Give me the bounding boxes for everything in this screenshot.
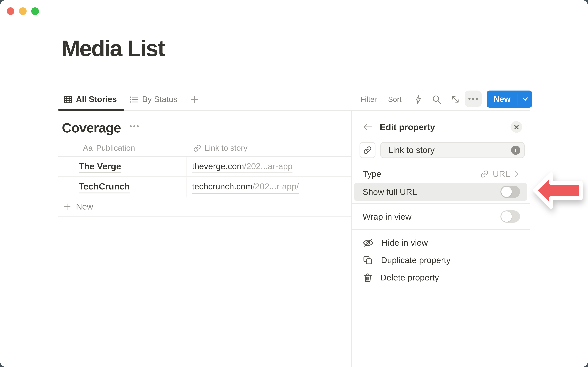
tab-all-stories-label: All Stories bbox=[76, 95, 117, 104]
chevron-down-icon bbox=[521, 97, 529, 101]
new-row-button[interactable]: New bbox=[63, 202, 93, 212]
table-cell-publication[interactable]: TechCrunch bbox=[79, 182, 130, 192]
expand-diagonal-icon bbox=[450, 94, 460, 104]
new-row-label: New bbox=[76, 202, 93, 212]
toggle-knob bbox=[501, 187, 512, 197]
annotation-arrow-left bbox=[528, 167, 588, 214]
new-button-label: New bbox=[487, 94, 518, 104]
tab-by-status[interactable]: By Status bbox=[129, 95, 177, 104]
close-icon bbox=[514, 124, 519, 130]
column-label: Publication bbox=[96, 143, 135, 153]
traffic-zoom-button[interactable] bbox=[31, 7, 39, 15]
column-label: Link to story bbox=[205, 143, 247, 153]
info-icon[interactable]: i bbox=[511, 146, 520, 155]
table-line bbox=[58, 156, 351, 157]
table-line bbox=[58, 197, 351, 197]
column-header-link[interactable]: Link to story bbox=[193, 143, 247, 153]
property-type-icon-button[interactable] bbox=[360, 142, 375, 158]
board-list-icon bbox=[129, 95, 138, 104]
column-header-publication[interactable]: Aa Publication bbox=[83, 143, 135, 153]
link-icon bbox=[363, 146, 372, 154]
property-name-input[interactable]: Link to story i bbox=[380, 142, 525, 158]
table-cell-url[interactable]: techcrunch.com/202...r-app/ bbox=[192, 182, 299, 192]
show-full-url-label: Show full URL bbox=[363, 187, 417, 197]
database-options-button[interactable] bbox=[129, 125, 139, 128]
property-name-value: Link to story bbox=[388, 145, 511, 155]
type-value-group[interactable]: URL bbox=[481, 169, 519, 179]
toggle-knob bbox=[501, 211, 512, 222]
text-type-glyph: Aa bbox=[83, 143, 93, 153]
search-button[interactable] bbox=[432, 94, 442, 104]
menu-item-hide-in-view[interactable]: Hide in view bbox=[363, 238, 428, 248]
traffic-minimize-button[interactable] bbox=[19, 7, 27, 15]
panel-divider bbox=[352, 229, 530, 230]
page-link[interactable]: The Verge bbox=[79, 161, 121, 173]
link-icon bbox=[481, 170, 488, 178]
trash-icon bbox=[363, 273, 372, 283]
table-line bbox=[58, 216, 351, 217]
show-full-url-toggle[interactable] bbox=[501, 186, 520, 198]
ellipsis-icon bbox=[129, 125, 139, 128]
add-view-button[interactable] bbox=[190, 95, 199, 104]
database-title[interactable]: Coverage bbox=[62, 120, 121, 135]
view-options-button[interactable] bbox=[465, 91, 482, 107]
tab-all-stories[interactable]: All Stories bbox=[64, 95, 117, 104]
active-tab-underline bbox=[58, 109, 124, 111]
menu-item-label: Duplicate property bbox=[381, 255, 450, 265]
page-link[interactable]: TechCrunch bbox=[79, 182, 130, 193]
panel-back-button[interactable] bbox=[363, 123, 373, 131]
eye-off-icon bbox=[363, 238, 374, 247]
wrap-in-view-label: Wrap in view bbox=[363, 212, 412, 222]
menu-item-label: Delete property bbox=[380, 273, 439, 283]
new-dropdown-button[interactable] bbox=[518, 97, 532, 101]
stage: Media List All Stories By Status bbox=[0, 0, 588, 367]
lightning-icon bbox=[414, 95, 423, 104]
menu-item-duplicate-property[interactable]: Duplicate property bbox=[363, 255, 450, 265]
tab-by-status-label: By Status bbox=[142, 95, 177, 104]
plus-icon bbox=[190, 95, 199, 104]
page-title: Media List bbox=[61, 35, 164, 61]
panel-divider bbox=[352, 203, 530, 204]
panel-left-border bbox=[351, 111, 352, 367]
menu-item-delete-property[interactable]: Delete property bbox=[363, 273, 439, 283]
duplicate-icon bbox=[363, 255, 373, 265]
table-view-icon bbox=[64, 95, 72, 104]
expand-button[interactable] bbox=[450, 94, 460, 104]
type-label: Type bbox=[363, 169, 381, 179]
sort-button[interactable]: Sort bbox=[388, 95, 401, 104]
toolbar-divider bbox=[58, 110, 530, 111]
traffic-close-button[interactable] bbox=[7, 7, 14, 15]
link-icon bbox=[193, 144, 201, 152]
column-divider bbox=[187, 156, 187, 197]
plus-icon bbox=[63, 203, 71, 211]
arrow-left-icon bbox=[363, 123, 373, 131]
new-button[interactable]: New bbox=[487, 91, 532, 108]
panel-close-button[interactable] bbox=[510, 121, 522, 133]
panel-title: Edit property bbox=[380, 122, 435, 132]
automations-button[interactable] bbox=[414, 95, 423, 104]
menu-item-label: Hide in view bbox=[381, 238, 428, 248]
table-cell-url[interactable]: theverge.com/202...ar-app bbox=[192, 161, 293, 171]
table-line bbox=[58, 176, 351, 177]
url-link[interactable]: theverge.com/202...ar-app bbox=[192, 161, 293, 173]
wrap-in-view-toggle[interactable] bbox=[501, 210, 520, 223]
url-link[interactable]: techcrunch.com/202...r-app/ bbox=[192, 182, 299, 194]
app-window: Media List All Stories By Status bbox=[0, 0, 588, 367]
search-icon bbox=[432, 94, 442, 104]
filter-button[interactable]: Filter bbox=[361, 95, 377, 104]
ellipsis-icon bbox=[467, 97, 479, 100]
type-value: URL bbox=[493, 169, 510, 179]
chevron-right-icon bbox=[514, 171, 519, 177]
table-cell-publication[interactable]: The Verge bbox=[79, 161, 121, 171]
